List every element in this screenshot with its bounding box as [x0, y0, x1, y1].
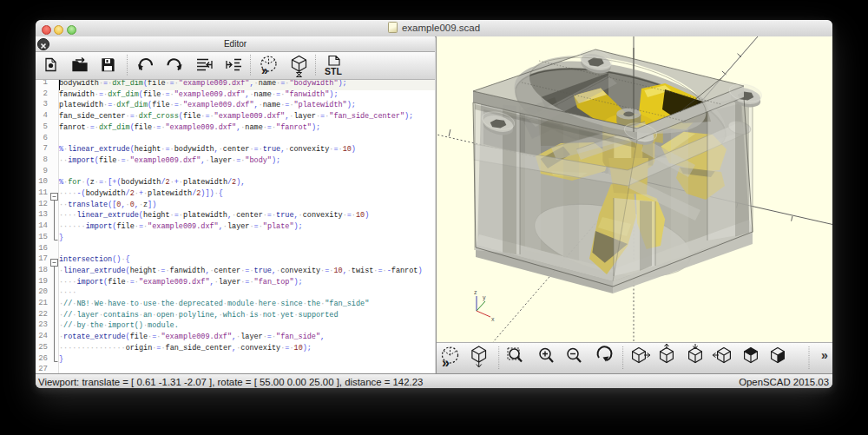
svg-text:»: » [821, 348, 828, 362]
svg-text:»: » [261, 63, 268, 77]
svg-text:z: z [474, 289, 477, 295]
svg-text:y: y [483, 294, 486, 301]
svg-text:»: » [442, 355, 450, 370]
svg-text:STL: STL [325, 66, 342, 76]
svg-text:x: x [491, 316, 495, 322]
